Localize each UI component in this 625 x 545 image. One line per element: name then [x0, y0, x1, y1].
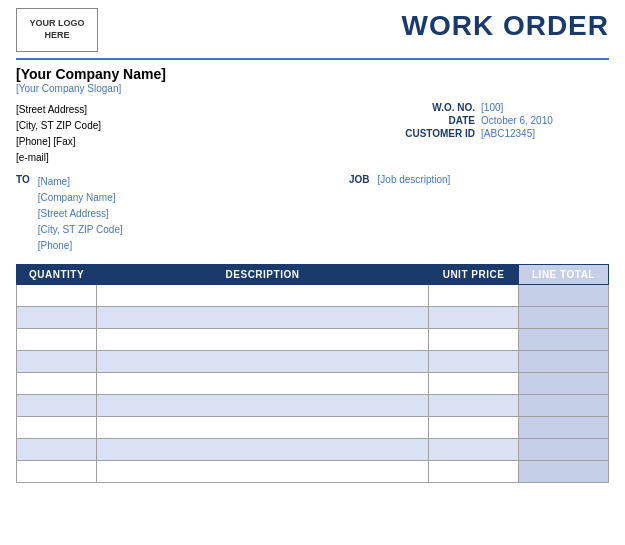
- description-cell[interactable]: [97, 285, 429, 307]
- description-cell[interactable]: [97, 395, 429, 417]
- customer-id-label: CUSTOMER ID: [349, 128, 475, 139]
- unit-price-cell[interactable]: [429, 285, 519, 307]
- unit-price-cell[interactable]: [429, 307, 519, 329]
- line-total-cell[interactable]: [519, 461, 609, 483]
- wo-no-value: [100]: [481, 102, 609, 113]
- table-row: [17, 373, 609, 395]
- col-header-quantity: QUANTITY: [17, 265, 97, 285]
- work-table: QUANTITY DESCRIPTION UNIT PRICE LINE TOT…: [16, 264, 609, 483]
- col-header-description: DESCRIPTION: [97, 265, 429, 285]
- job-label: JOB: [349, 174, 370, 254]
- unit-price-cell[interactable]: [429, 351, 519, 373]
- to-street: [Street Address]: [38, 206, 123, 222]
- job-value: [Job description]: [378, 174, 451, 254]
- to-label: TO: [16, 174, 30, 254]
- info-section: [Street Address] [City, ST ZIP Code] [Ph…: [16, 102, 609, 166]
- to-city-state-zip: [City, ST ZIP Code]: [38, 222, 123, 238]
- quantity-cell[interactable]: [17, 461, 97, 483]
- page-title: WORK ORDER: [401, 10, 609, 42]
- page: YOUR LOGO HERE WORK ORDER [Your Company …: [0, 0, 625, 545]
- table-row: [17, 439, 609, 461]
- logo-text: YOUR LOGO HERE: [19, 18, 95, 41]
- to-name: [Name]: [38, 174, 123, 190]
- quantity-cell[interactable]: [17, 417, 97, 439]
- date-value: October 6, 2010: [481, 115, 609, 126]
- quantity-cell[interactable]: [17, 307, 97, 329]
- street-address: [Street Address]: [16, 102, 349, 118]
- phone-fax: [Phone] [Fax]: [16, 134, 349, 150]
- to-details: [Name] [Company Name] [Street Address] […: [38, 174, 123, 254]
- to-phone: [Phone]: [38, 238, 123, 254]
- logo-box: YOUR LOGO HERE: [16, 8, 98, 52]
- to-job-section: TO [Name] [Company Name] [Street Address…: [16, 174, 609, 254]
- description-cell[interactable]: [97, 351, 429, 373]
- description-cell[interactable]: [97, 373, 429, 395]
- unit-price-cell[interactable]: [429, 461, 519, 483]
- line-total-cell[interactable]: [519, 395, 609, 417]
- line-total-cell[interactable]: [519, 307, 609, 329]
- company-slogan: [Your Company Slogan]: [16, 83, 609, 94]
- job-block: JOB [Job description]: [349, 174, 609, 254]
- wo-no-label: W.O. NO.: [349, 102, 475, 113]
- address-block: [Street Address] [City, ST ZIP Code] [Ph…: [16, 102, 349, 166]
- date-label: DATE: [349, 115, 475, 126]
- quantity-cell[interactable]: [17, 351, 97, 373]
- description-cell[interactable]: [97, 329, 429, 351]
- line-total-cell[interactable]: [519, 351, 609, 373]
- unit-price-cell[interactable]: [429, 417, 519, 439]
- order-info-block: W.O. NO. [100] DATE October 6, 2010 CUST…: [349, 102, 609, 166]
- quantity-cell[interactable]: [17, 285, 97, 307]
- description-cell[interactable]: [97, 439, 429, 461]
- header-row: YOUR LOGO HERE WORK ORDER: [16, 8, 609, 52]
- line-total-cell[interactable]: [519, 329, 609, 351]
- unit-price-cell[interactable]: [429, 395, 519, 417]
- table-row: [17, 329, 609, 351]
- table-row: [17, 417, 609, 439]
- unit-price-cell[interactable]: [429, 439, 519, 461]
- line-total-cell[interactable]: [519, 285, 609, 307]
- line-total-cell[interactable]: [519, 373, 609, 395]
- company-name: [Your Company Name]: [16, 66, 609, 82]
- line-total-cell[interactable]: [519, 439, 609, 461]
- customer-id-value: [ABC12345]: [481, 128, 609, 139]
- table-row: [17, 395, 609, 417]
- table-row: [17, 351, 609, 373]
- unit-price-cell[interactable]: [429, 373, 519, 395]
- to-company: [Company Name]: [38, 190, 123, 206]
- line-total-cell[interactable]: [519, 417, 609, 439]
- table-row: [17, 285, 609, 307]
- description-cell[interactable]: [97, 307, 429, 329]
- description-cell[interactable]: [97, 417, 429, 439]
- col-header-unit-price: UNIT PRICE: [429, 265, 519, 285]
- quantity-cell[interactable]: [17, 395, 97, 417]
- email: [e-mail]: [16, 150, 349, 166]
- table-header-row: QUANTITY DESCRIPTION UNIT PRICE LINE TOT…: [17, 265, 609, 285]
- header-divider: [16, 58, 609, 60]
- unit-price-cell[interactable]: [429, 329, 519, 351]
- table-row: [17, 307, 609, 329]
- to-block: TO [Name] [Company Name] [Street Address…: [16, 174, 123, 254]
- quantity-cell[interactable]: [17, 439, 97, 461]
- col-header-line-total: LINE TOTAL: [519, 265, 609, 285]
- description-cell[interactable]: [97, 461, 429, 483]
- quantity-cell[interactable]: [17, 373, 97, 395]
- table-row: [17, 461, 609, 483]
- city-state-zip: [City, ST ZIP Code]: [16, 118, 349, 134]
- quantity-cell[interactable]: [17, 329, 97, 351]
